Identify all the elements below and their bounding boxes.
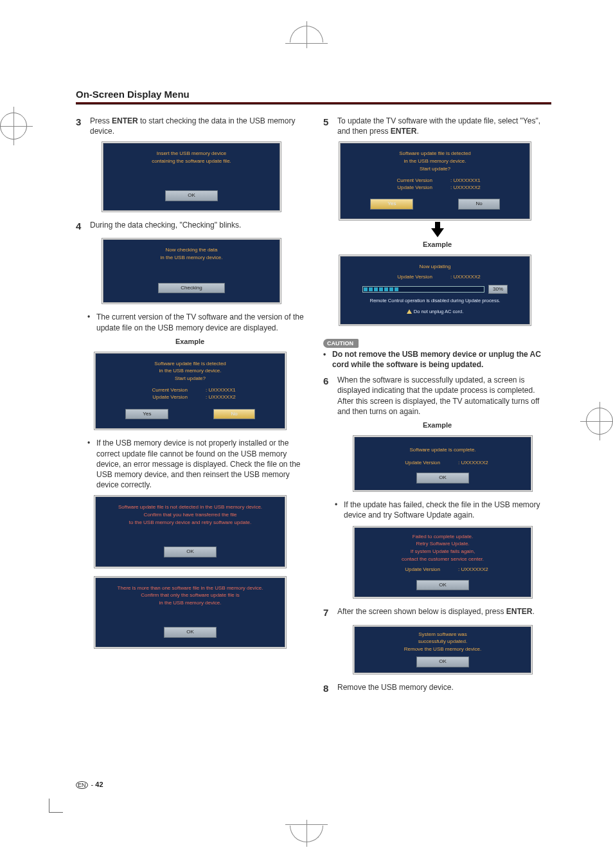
example-label: Example [76,337,304,347]
page-content: On-Screen Display Menu 3 Press ENTER to … [76,89,551,797]
screen-line: Software update file is not detected in … [101,504,280,511]
step-4: 4 During the data checking, "Checking" b… [76,220,304,233]
label: Update Version [375,185,432,192]
progress-percent: 30% [488,285,508,294]
screen-line: containing the software update file. [109,158,274,165]
text: When the software is successfully update… [337,375,535,395]
caution-badge: CAUTION [323,339,359,348]
text: Do not unplug AC cord. [414,309,464,314]
step-number: 7 [323,606,332,619]
tv-screen-remove-usb: System software was successfully updated… [353,625,533,674]
screen-line: to the USB memory device and retry softw… [101,520,280,527]
screen-line: Start update? [101,375,280,383]
step-text: Press ENTER to start checking the data i… [90,116,304,136]
step-number: 5 [323,116,332,136]
screen-line: contact the customer service center. [360,556,526,563]
left-column: 3 Press ENTER to start checking the data… [76,116,304,699]
screen-line: in the USB memory device. [109,255,274,262]
step-6: 6 When the software is successfully upda… [323,375,551,417]
yes-button: Yes [125,409,168,420]
caution-text: • Do not remove the USB memory device or… [323,349,551,370]
manual-page: On-Screen Display Menu 3 Press ENTER to … [0,0,613,868]
screen-line: If system Update fails again, [360,548,526,556]
step-number: 3 [76,116,85,136]
no-button: No [458,199,499,210]
ok-button: OK [164,627,217,638]
screen-line: Start update? [346,166,524,173]
lang-badge: EN [76,781,88,789]
step-text: To update the TV software with the updat… [337,116,551,136]
screen-line: Now updating [346,264,524,271]
bullet-text: If the USB memory device is not properly… [96,438,304,490]
tv-screen-complete: Software update is complete. Update Vers… [353,435,533,492]
step-text: During the data checking, "Checking" bli… [90,220,304,233]
value: : UXXXXXX2 [450,274,495,281]
title-underline [76,102,551,104]
step-3: 3 Press ENTER to start checking the data… [76,116,304,136]
text: . [416,127,418,136]
label: Current Version [375,177,432,185]
value: : UXXXXXX2 [206,394,251,401]
screen-line: Failed to complete update. [360,534,526,541]
example-label: Example [323,240,551,249]
crop-mark-top [290,26,323,42]
yes-button: Yes [370,199,413,210]
label: Current Version [130,387,188,394]
crop-mark-left [0,113,27,140]
bullet-icon: • [87,438,93,490]
enter-key: ENTER [391,127,417,136]
screen-line: Remove the USB memory device. [360,646,526,653]
step-text: After the screen shown below is displaye… [337,606,551,619]
warning-icon [407,309,412,314]
text: Press [90,116,112,125]
screen-line: in the USB memory device. [346,158,524,165]
tv-screen-version-compare: Software update file is detected in the … [94,352,287,431]
screen-line: in the USB memory device. [101,600,280,607]
step-number: 8 [323,682,332,695]
screen-line: Retry Software Update. [360,541,526,548]
screen-line: Confirm that you have transferred the fi… [101,512,280,519]
step-text: When the software is successfully update… [337,375,551,417]
tv-screen-checking: Now checking the data in the USB memory … [102,238,281,304]
label: Update Version [382,566,440,574]
page-title: On-Screen Display Menu [76,89,551,100]
text: To update the TV software with the updat… [337,116,540,136]
tv-screen-confirm-update: Software update file is detected in the … [339,141,531,221]
screen-line: Software update file is detected [101,361,280,368]
crop-mark-bottom [290,826,323,842]
screen-line: Software update file is detected [346,150,524,158]
bullet-note: • If the update has failed, check the fi… [335,500,551,520]
screen-line: Confirm that only the software update fi… [101,592,280,599]
bullet-text: The current version of the TV software a… [96,312,304,332]
screen-line: System software was [360,631,526,638]
label: Update Version [375,274,432,281]
right-column: 5 To update the TV software with the upd… [323,116,551,699]
screen-line: successfully updated. [360,638,526,646]
bullet-icon: • [87,312,93,332]
step-7: 7 After the screen shown below is displa… [323,606,551,619]
screen-line: There is more than one software file in … [101,585,280,592]
step-8: 8 Remove the USB memory device. [323,682,551,695]
text: . [532,607,534,616]
progress-wrap: 30% [346,285,524,294]
step-number: 6 [323,375,332,417]
text: Do not remove the USB memory device or u… [332,349,551,370]
label: Update Version [130,394,188,401]
tv-screen-insert-usb: Insert the USB memory device containing … [102,141,281,212]
tv-screen-failed: Failed to complete update. Retry Softwar… [353,526,533,599]
tv-screen-error-notdetected: Software update file is not detected in … [94,495,287,568]
page-number: EN - 42 [76,781,103,788]
progress-bar [362,286,484,293]
example-label: Example [323,420,551,430]
bullet-note: • If the USB memory device is not proper… [87,438,304,490]
crop-corner [49,799,63,813]
bullet-note: • The current version of the TV software… [87,312,304,332]
bullet-icon: • [323,349,328,370]
crop-mark-right [586,408,613,435]
step-5: 5 To update the TV software with the upd… [323,116,551,136]
enter-key: ENTER [506,607,533,616]
value: : UXXXXXX2 [458,460,503,467]
bullet-text: If the update has failed, check the file… [344,500,551,520]
page-number-value: 42 [95,781,103,788]
checking-button: Checking [158,283,224,294]
